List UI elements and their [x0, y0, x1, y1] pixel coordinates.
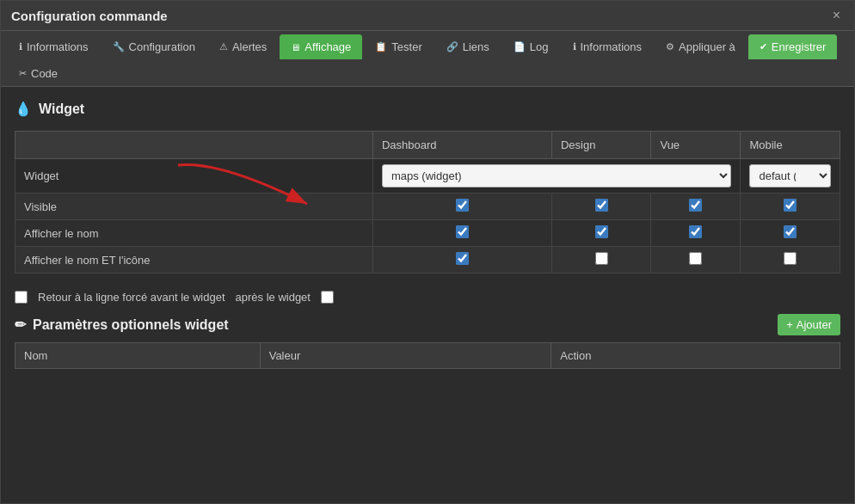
visible-vue-checkbox[interactable] [689, 199, 702, 212]
config-icon: 🔧 [113, 41, 125, 52]
col-header-mobile: Mobile [741, 132, 840, 159]
save-icon: ✔ [760, 41, 767, 52]
tab-log[interactable]: 📄 Log [502, 34, 560, 59]
afficher-nom-mobile-checkbox[interactable] [784, 225, 797, 238]
afficher-icon-vue-checkbox[interactable] [689, 252, 702, 265]
code-icon: ✂ [19, 68, 27, 79]
tab-enregistrer[interactable]: ✔ Enregistrer [748, 34, 838, 59]
table-row: Widget maps (widget) defaut (core) [15, 159, 840, 194]
row-visible-dashboard [372, 194, 551, 220]
tab-informations[interactable]: ℹ Informations [8, 34, 100, 59]
tab-appliquer[interactable]: ⚙ Appliquer à [655, 34, 747, 59]
apres-label: après le widget [236, 291, 311, 304]
table-row: Afficher le nom [15, 220, 840, 247]
retour-ligne-avant-label: Retour à la ligne forcé avant le widget [38, 291, 225, 304]
visible-mobile-checkbox[interactable] [784, 199, 797, 212]
visible-dashboard-checkbox[interactable] [456, 199, 469, 212]
params-col-nom: Nom [15, 343, 261, 369]
add-button[interactable]: + Ajouter [778, 314, 840, 335]
tab-configuration[interactable]: 🔧 Configuration [101, 34, 206, 59]
col-header-design: Design [551, 132, 651, 159]
alert-icon: ⚠ [219, 41, 228, 52]
params-col-action: Action [551, 343, 840, 369]
row-afficher-nom-dashboard [372, 220, 551, 247]
row-afficher-nom-label: Afficher le nom [15, 220, 373, 247]
nav-tabs: ℹ Informations 🔧 Configuration ⚠ Alertes… [1, 31, 854, 87]
table-row: Afficher le nom ET l'icône [15, 247, 840, 274]
display-icon: 🖥 [291, 42, 300, 52]
tab-affichage[interactable]: 🖥 Affichage [280, 34, 362, 59]
col-header-vue: Vue [651, 132, 741, 159]
row-afficher-icon-design [551, 247, 651, 274]
params-title: ✏ Paramètres optionnels widget [15, 317, 229, 333]
retour-ligne-apres-checkbox[interactable] [321, 291, 334, 304]
row-visible-design [551, 194, 651, 220]
content-area: 💧 Widget Dashboard Design [1, 87, 854, 503]
afficher-nom-vue-checkbox[interactable] [689, 225, 702, 238]
afficher-nom-dashboard-checkbox[interactable] [456, 225, 469, 238]
info2-icon: ℹ [573, 41, 576, 52]
modal-title: Configuration commande [11, 9, 168, 23]
visible-design-checkbox[interactable] [595, 199, 608, 212]
row-afficher-icon-vue [651, 247, 741, 274]
afficher-nom-design-checkbox[interactable] [595, 225, 608, 238]
widget-table-wrapper: Dashboard Design Vue Mobile Widget maps … [15, 131, 840, 274]
tab-tester[interactable]: 📋 Tester [364, 34, 433, 59]
test-icon: 📋 [375, 41, 387, 52]
row-afficher-icon-label: Afficher le nom ET l'icône [15, 247, 373, 274]
tab-liens[interactable]: 🔗 Liens [435, 34, 501, 59]
widget-section-title: 💧 Widget [15, 101, 840, 117]
modal: Configuration commande × ℹ Informations … [0, 0, 855, 504]
row-widget-label: Widget [15, 159, 373, 194]
row-visible-mobile [741, 194, 840, 220]
params-section: ✏ Paramètres optionnels widget + Ajouter… [15, 314, 840, 369]
info-icon: ℹ [19, 41, 22, 52]
tab-alertes[interactable]: ⚠ Alertes [208, 34, 278, 59]
row-afficher-nom-vue [651, 220, 741, 247]
row-afficher-nom-mobile [741, 220, 840, 247]
mobile-select[interactable]: defaut (core) [749, 164, 831, 187]
widget-table: Dashboard Design Vue Mobile Widget maps … [15, 131, 840, 274]
log-icon: 📄 [514, 41, 526, 52]
apply-icon: ⚙ [666, 41, 674, 52]
afficher-icon-dashboard-checkbox[interactable] [456, 252, 469, 265]
plus-icon: + [786, 318, 793, 331]
row-afficher-icon-mobile [741, 247, 840, 274]
link-icon: 🔗 [446, 41, 458, 52]
table-row: Visible [15, 194, 840, 220]
row-visible-label: Visible [15, 194, 373, 220]
tab-informations2[interactable]: ℹ Informations [562, 34, 654, 59]
params-header: ✏ Paramètres optionnels widget + Ajouter [15, 314, 840, 335]
afficher-icon-mobile-checkbox[interactable] [784, 252, 797, 265]
dashboard-select[interactable]: maps (widget) [382, 164, 731, 187]
row-widget-dashboard-cell: maps (widget) [372, 159, 740, 194]
params-col-valeur: Valeur [260, 343, 551, 369]
widget-icon: 💧 [15, 101, 32, 117]
row-widget-mobile-cell: defaut (core) [741, 159, 840, 194]
row-visible-vue [651, 194, 741, 220]
row-afficher-nom-design [551, 220, 651, 247]
tab-code[interactable]: ✂ Code [8, 61, 69, 86]
inline-options-row: Retour à la ligne forcé avant le widget … [15, 291, 840, 304]
close-button[interactable]: × [829, 8, 844, 23]
retour-ligne-avant-checkbox[interactable] [15, 291, 28, 304]
row-afficher-icon-dashboard [372, 247, 551, 274]
afficher-icon-design-checkbox[interactable] [595, 252, 608, 265]
params-edit-icon: ✏ [15, 317, 26, 333]
modal-header: Configuration commande × [1, 1, 854, 31]
params-table: Nom Valeur Action [15, 342, 840, 369]
col-header-label [15, 132, 373, 159]
col-header-dashboard: Dashboard [372, 132, 551, 159]
